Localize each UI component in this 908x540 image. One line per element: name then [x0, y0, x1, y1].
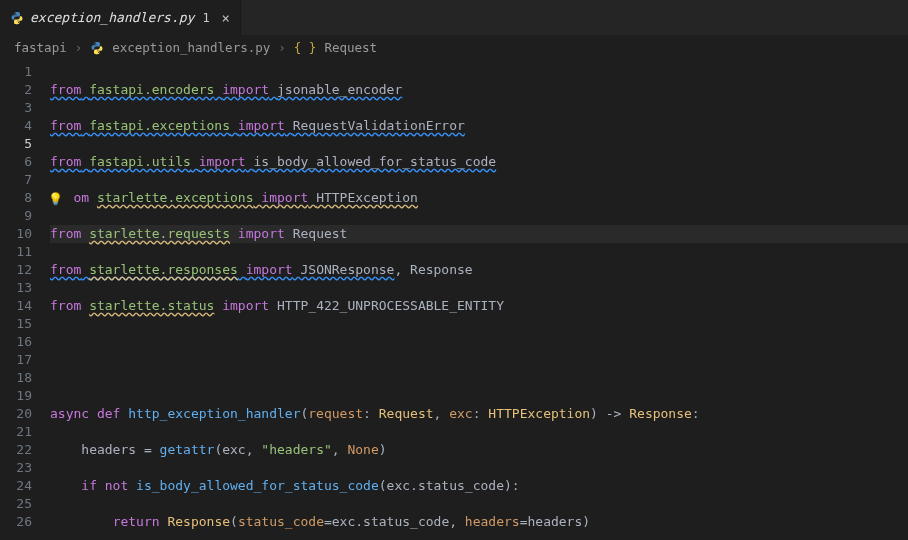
- breadcrumb-folder[interactable]: fastapi: [14, 40, 67, 55]
- breadcrumb: fastapi › exception_handlers.py › { } Re…: [0, 35, 908, 61]
- line-number: 10: [0, 225, 32, 243]
- line-number: 18: [0, 369, 32, 387]
- line-number: 16: [0, 333, 32, 351]
- line-number: 22: [0, 441, 32, 459]
- breadcrumb-file[interactable]: exception_handlers.py: [112, 40, 270, 55]
- close-icon[interactable]: ×: [222, 10, 230, 26]
- line-number: 23: [0, 459, 32, 477]
- modified-indicator: 1: [202, 11, 209, 25]
- lightbulb-icon[interactable]: 💡: [48, 190, 62, 204]
- code-line: return Response(status_code=exc.status_c…: [50, 513, 908, 531]
- tab-bar: exception_handlers.py 1 ×: [0, 0, 908, 35]
- line-number: 15: [0, 315, 32, 333]
- code-line: [50, 333, 908, 351]
- line-number: 4: [0, 117, 32, 135]
- tab-filename: exception_handlers.py: [30, 10, 194, 25]
- line-number: 11: [0, 243, 32, 261]
- code-line: headers = getattr(exc, "headers", None): [50, 441, 908, 459]
- chevron-right-icon: ›: [75, 40, 83, 55]
- code-line: from fastapi.exceptions import RequestVa…: [50, 117, 908, 135]
- line-number: 1: [0, 63, 32, 81]
- line-number: 14: [0, 297, 32, 315]
- line-number: 5: [0, 135, 32, 153]
- chevron-right-icon: ›: [278, 40, 286, 55]
- line-number: 17: [0, 351, 32, 369]
- line-number: 6: [0, 153, 32, 171]
- line-number: 2: [0, 81, 32, 99]
- line-number: 24: [0, 477, 32, 495]
- code-line: from fastapi.encoders import jsonable_en…: [50, 81, 908, 99]
- code-content[interactable]: from fastapi.encoders import jsonable_en…: [50, 61, 908, 540]
- line-number: 8: [0, 189, 32, 207]
- line-number: 25: [0, 495, 32, 513]
- python-file-icon: [10, 11, 24, 25]
- line-number-gutter: 1234567891011121314151617181920212223242…: [0, 61, 50, 540]
- editor-tab[interactable]: exception_handlers.py 1 ×: [0, 0, 241, 35]
- line-number: 13: [0, 279, 32, 297]
- python-file-icon: [90, 41, 104, 55]
- breadcrumb-symbol[interactable]: Request: [324, 40, 377, 55]
- line-number: 26: [0, 513, 32, 531]
- code-line: from fastapi.utils import is_body_allowe…: [50, 153, 908, 171]
- code-editor[interactable]: 1234567891011121314151617181920212223242…: [0, 61, 908, 540]
- line-number: 20: [0, 405, 32, 423]
- line-number: 7: [0, 171, 32, 189]
- code-line: 💡 om starlette.exceptions import HTTPExc…: [50, 189, 908, 207]
- code-line: async def http_exception_handler(request…: [50, 405, 908, 423]
- code-line: from starlette.requests import Request: [50, 225, 908, 243]
- line-number: 9: [0, 207, 32, 225]
- code-line: [50, 369, 908, 387]
- line-number: 19: [0, 387, 32, 405]
- line-number: 21: [0, 423, 32, 441]
- code-line: from starlette.responses import JSONResp…: [50, 261, 908, 279]
- code-line: if not is_body_allowed_for_status_code(e…: [50, 477, 908, 495]
- symbol-namespace-icon: { }: [294, 40, 317, 55]
- line-number: 12: [0, 261, 32, 279]
- line-number: 3: [0, 99, 32, 117]
- code-line: from starlette.status import HTTP_422_UN…: [50, 297, 908, 315]
